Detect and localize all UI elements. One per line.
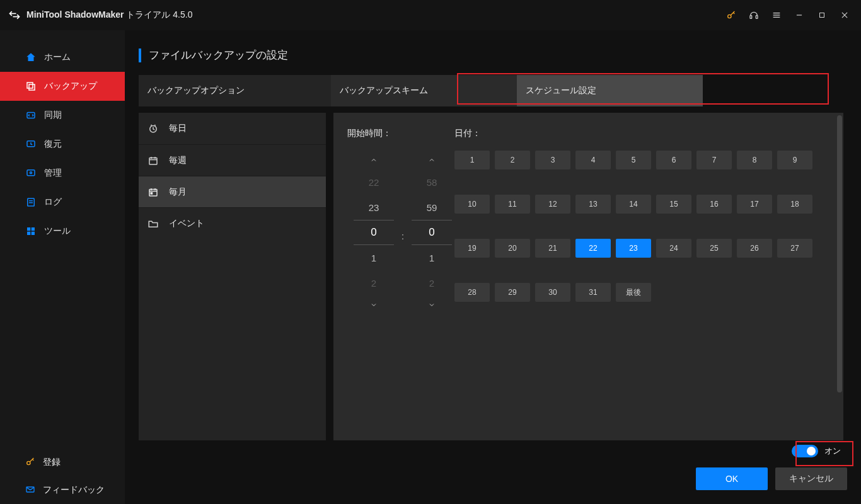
day-button[interactable]: 6 bbox=[656, 151, 691, 169]
minute-value: 1 bbox=[412, 245, 452, 270]
menu-icon[interactable] bbox=[768, 6, 785, 24]
svg-point-15 bbox=[30, 172, 32, 174]
svg-rect-19 bbox=[27, 227, 30, 231]
settings-tabs: バックアップオプション バックアップスキーム スケジュール設定 bbox=[139, 75, 703, 106]
sidebar-item-tools[interactable]: ツール bbox=[0, 217, 125, 246]
sidebar-item-label: 管理 bbox=[44, 168, 62, 179]
day-button[interactable]: 24 bbox=[656, 239, 691, 258]
tab-backup-scheme[interactable]: バックアップスキーム bbox=[331, 75, 517, 106]
minute-spinner[interactable]: 58 59 0 1 2 bbox=[412, 151, 452, 314]
mail-icon bbox=[25, 484, 35, 496]
sidebar-item-label: 同期 bbox=[44, 110, 62, 121]
cancel-button[interactable]: キャンセル bbox=[775, 467, 847, 490]
freq-daily[interactable]: 毎日 bbox=[139, 113, 326, 144]
day-button[interactable]: 9 bbox=[777, 151, 812, 169]
day-button[interactable]: 30 bbox=[535, 283, 570, 302]
day-button[interactable]: 12 bbox=[535, 195, 570, 214]
headset-icon[interactable] bbox=[745, 6, 763, 24]
day-button[interactable]: 27 bbox=[777, 239, 812, 258]
calendar-week-icon bbox=[147, 155, 159, 166]
toggle-switch[interactable] bbox=[792, 445, 818, 457]
minute-selected: 0 bbox=[412, 220, 452, 245]
day-button[interactable]: 2 bbox=[495, 151, 530, 169]
sidebar-feedback[interactable]: フィードバック bbox=[0, 476, 125, 504]
day-button[interactable]: 25 bbox=[696, 239, 732, 258]
content-area: ファイルバックアップの設定 バックアップオプション バックアップスキーム スケジ… bbox=[125, 30, 861, 504]
key-icon[interactable] bbox=[722, 6, 740, 24]
day-button[interactable]: 5 bbox=[616, 151, 651, 169]
freq-monthly[interactable]: 毎月 bbox=[139, 176, 326, 207]
sidebar-item-label: ツール bbox=[44, 226, 71, 237]
svg-rect-14 bbox=[27, 170, 35, 176]
day-button[interactable]: 28 bbox=[454, 283, 490, 302]
freq-event[interactable]: イベント bbox=[139, 207, 326, 239]
sidebar-item-label: バックアップ bbox=[44, 81, 97, 92]
sidebar-item-label: 復元 bbox=[44, 139, 62, 150]
time-colon: : bbox=[394, 151, 412, 241]
tools-icon bbox=[25, 226, 37, 237]
svg-rect-11 bbox=[29, 84, 35, 90]
day-button[interactable]: 7 bbox=[696, 151, 732, 169]
day-button[interactable]: 10 bbox=[454, 195, 490, 214]
schedule-panel: 開始時間： 22 23 0 1 2 : bbox=[333, 113, 843, 440]
backup-icon bbox=[25, 81, 37, 92]
hour-value: 23 bbox=[354, 195, 394, 220]
svg-rect-34 bbox=[151, 192, 152, 193]
tab-label: バックアップスキーム bbox=[340, 85, 428, 96]
chevron-up-icon[interactable] bbox=[370, 151, 378, 169]
tab-backup-options[interactable]: バックアップオプション bbox=[139, 75, 331, 106]
freq-weekly[interactable]: 毎週 bbox=[139, 144, 326, 176]
day-button[interactable]: 16 bbox=[696, 195, 732, 214]
app-title: MiniTool ShadowMaker トライアル 4.5.0 bbox=[26, 9, 192, 21]
tab-schedule-setting[interactable]: スケジュール設定 bbox=[517, 75, 703, 106]
day-last-button[interactable]: 最後 bbox=[616, 283, 651, 302]
svg-rect-10 bbox=[27, 83, 33, 88]
minute-value: 58 bbox=[412, 169, 452, 195]
hour-selected: 0 bbox=[354, 220, 394, 245]
day-button[interactable]: 8 bbox=[737, 151, 772, 169]
day-button[interactable]: 19 bbox=[454, 239, 490, 258]
sidebar-item-restore[interactable]: 復元 bbox=[0, 130, 125, 159]
day-button[interactable]: 22 bbox=[575, 239, 611, 258]
hour-spinner[interactable]: 22 23 0 1 2 bbox=[354, 151, 394, 314]
chevron-up-icon[interactable] bbox=[428, 151, 436, 169]
day-button[interactable]: 18 bbox=[777, 195, 812, 214]
chevron-down-icon[interactable] bbox=[428, 295, 436, 314]
day-button[interactable]: 26 bbox=[737, 239, 772, 258]
sidebar-register[interactable]: 登録 bbox=[0, 449, 125, 476]
home-icon bbox=[25, 52, 37, 63]
chevron-down-icon[interactable] bbox=[370, 295, 378, 314]
sidebar-item-backup[interactable]: バックアップ bbox=[0, 72, 125, 101]
svg-rect-2 bbox=[756, 16, 758, 19]
day-button[interactable]: 3 bbox=[535, 151, 570, 169]
hour-value: 1 bbox=[354, 245, 394, 270]
minute-value: 2 bbox=[412, 270, 452, 295]
freq-label: 毎日 bbox=[169, 123, 187, 134]
schedule-toggle[interactable]: オン bbox=[785, 441, 847, 461]
close-button[interactable] bbox=[836, 6, 853, 24]
day-button[interactable]: 11 bbox=[495, 195, 530, 214]
day-button[interactable]: 15 bbox=[656, 195, 691, 214]
sidebar-item-log[interactable]: ログ bbox=[0, 188, 125, 217]
day-button[interactable]: 21 bbox=[535, 239, 570, 258]
svg-point-23 bbox=[27, 461, 30, 464]
footer-actions: OK キャンセル bbox=[696, 467, 847, 490]
hour-value: 22 bbox=[354, 169, 394, 195]
maximize-button[interactable] bbox=[813, 6, 831, 24]
sidebar-item-home[interactable]: ホーム bbox=[0, 43, 125, 72]
freq-label: 毎週 bbox=[169, 155, 187, 166]
minimize-button[interactable] bbox=[790, 6, 808, 24]
day-button[interactable]: 17 bbox=[737, 195, 772, 214]
day-button[interactable]: 4 bbox=[575, 151, 611, 169]
day-button[interactable]: 20 bbox=[495, 239, 530, 258]
day-button[interactable]: 29 bbox=[495, 283, 530, 302]
day-button[interactable]: 23 bbox=[616, 239, 651, 258]
day-button[interactable]: 14 bbox=[616, 195, 651, 214]
day-button[interactable]: 31 bbox=[575, 283, 611, 302]
day-button[interactable]: 1 bbox=[454, 151, 490, 169]
ok-button[interactable]: OK bbox=[696, 467, 768, 490]
day-button[interactable]: 13 bbox=[575, 195, 611, 214]
scrollbar[interactable] bbox=[837, 115, 842, 392]
sidebar-item-manage[interactable]: 管理 bbox=[0, 159, 125, 188]
sidebar-item-sync[interactable]: 同期 bbox=[0, 101, 125, 130]
